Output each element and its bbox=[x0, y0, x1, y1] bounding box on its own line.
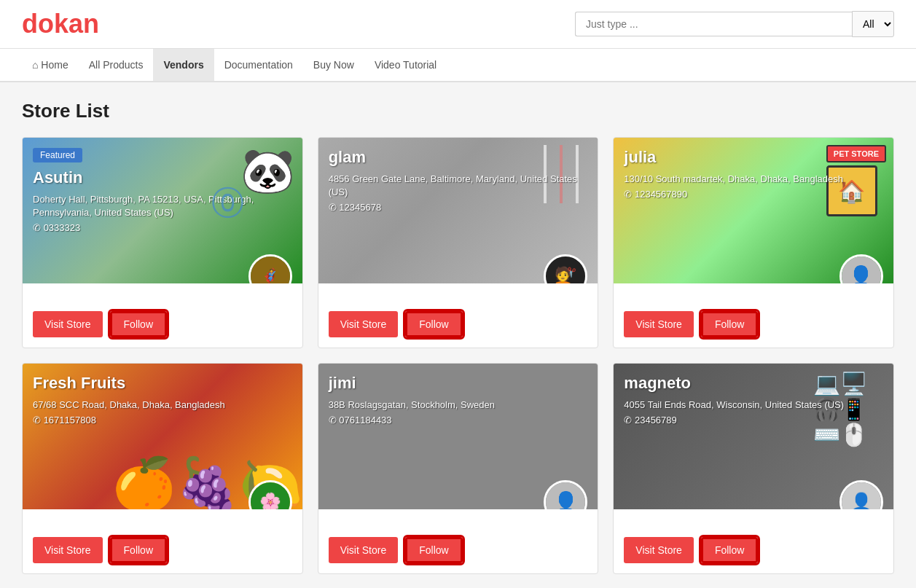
store-phone: 0333323 bbox=[33, 222, 292, 233]
store-footer-asutin: Visit Store Follow bbox=[23, 301, 302, 348]
follow-button-asutin[interactable]: Follow bbox=[110, 311, 167, 337]
search-bar: All bbox=[575, 11, 894, 37]
visit-store-button-magneto[interactable]: Visit Store bbox=[624, 537, 694, 563]
store-card-asutin: Featured Asutin Doherty Hall, Pittsburgh… bbox=[22, 137, 303, 348]
store-address: 38B Roslagsgatan, Stockholm, Sweden bbox=[329, 399, 588, 412]
visit-store-button-jimi[interactable]: Visit Store bbox=[329, 537, 399, 563]
follow-button-jimi[interactable]: Follow bbox=[405, 537, 462, 563]
store-footer-glam: Visit Store Follow bbox=[318, 301, 598, 348]
logo: dokan bbox=[22, 9, 99, 39]
nav-all-products[interactable]: All Products bbox=[79, 49, 154, 81]
store-banner-magneto: 💻🖥️🎧📱⌨️🖱️ magneto 4055 Tail Ends Road, W… bbox=[614, 364, 893, 509]
visit-store-button-julia[interactable]: Visit Store bbox=[624, 311, 694, 337]
store-banner-jimi: jimi 38B Roslagsgatan, Stockholm, Sweden… bbox=[318, 364, 598, 509]
store-card-jimi: jimi 38B Roslagsgatan, Stockholm, Sweden… bbox=[318, 363, 599, 574]
logo-black: kan bbox=[54, 9, 99, 39]
follow-button-glam[interactable]: Follow bbox=[405, 311, 462, 337]
store-name: julia bbox=[624, 148, 883, 167]
header: dokan All bbox=[0, 0, 916, 49]
search-category-select[interactable]: All bbox=[852, 11, 894, 37]
store-name: jimi bbox=[329, 374, 588, 393]
store-address: Doherty Hall, Pittsburgh, PA 15213, USA,… bbox=[33, 193, 292, 219]
store-name: magneto bbox=[624, 374, 883, 393]
nav-vendors[interactable]: Vendors bbox=[153, 49, 214, 81]
store-phone: 12345678 bbox=[329, 202, 588, 213]
nav-home[interactable]: Home bbox=[22, 49, 79, 81]
store-phone: 23456789 bbox=[624, 415, 883, 426]
follow-button-magneto[interactable]: Follow bbox=[701, 537, 758, 563]
store-footer-julia: Visit Store Follow bbox=[614, 301, 893, 348]
store-banner-asutin: Featured Asutin Doherty Hall, Pittsburgh… bbox=[23, 138, 302, 283]
logo-red: do bbox=[22, 9, 54, 39]
main-content: Store List Featured Asutin Doherty Hall,… bbox=[0, 82, 916, 588]
store-card-julia: PET STORE 🏠 julia 130/10 South madartek,… bbox=[613, 137, 894, 348]
store-banner-freshfruits: 🍊🍇🍋 Fresh Fruits 67/68 SCC Road, Dhaka, … bbox=[23, 364, 302, 509]
store-phone: 1234567890 bbox=[624, 189, 883, 200]
store-address: 67/68 SCC Road, Dhaka, Dhaka, Bangladesh bbox=[33, 399, 292, 412]
visit-store-button-asutin[interactable]: Visit Store bbox=[33, 311, 103, 337]
featured-badge: Featured bbox=[33, 148, 82, 162]
page-title: Store List bbox=[22, 100, 894, 122]
follow-button-freshfruits[interactable]: Follow bbox=[110, 537, 167, 563]
store-footer-jimi: Visit Store Follow bbox=[318, 527, 598, 573]
nav-buy-now[interactable]: Buy Now bbox=[303, 49, 364, 81]
store-footer-magneto: Visit Store Follow bbox=[614, 527, 893, 573]
nav-video-tutorial[interactable]: Video Tutorial bbox=[364, 49, 447, 81]
store-address: 4856 Green Gate Lane, Baltimore, Marylan… bbox=[329, 173, 588, 199]
nav-documentation[interactable]: Documentation bbox=[214, 49, 303, 81]
panda-icon: 🐼 bbox=[240, 145, 295, 197]
store-card-magneto: 💻🖥️🎧📱⌨️🖱️ magneto 4055 Tail Ends Road, W… bbox=[613, 363, 894, 574]
store-address: 4055 Tail Ends Road, Wisconsin, United S… bbox=[624, 399, 883, 412]
wp-icon: ⓪ bbox=[211, 181, 244, 225]
visit-store-button-glam[interactable]: Visit Store bbox=[329, 311, 399, 337]
store-footer-freshfruits: Visit Store Follow bbox=[23, 527, 302, 573]
follow-button-julia[interactable]: Follow bbox=[701, 311, 758, 337]
store-grid: Featured Asutin Doherty Hall, Pittsburgh… bbox=[22, 137, 894, 574]
main-nav: Home All Products Vendors Documentation … bbox=[0, 49, 916, 82]
search-input[interactable] bbox=[575, 12, 852, 36]
store-address: 130/10 South madartek, Dhaka, Dhaka, Ban… bbox=[624, 173, 883, 186]
store-card-freshfruits: 🍊🍇🍋 Fresh Fruits 67/68 SCC Road, Dhaka, … bbox=[22, 363, 303, 574]
store-card-glam: glam 4856 Green Gate Lane, Baltimore, Ma… bbox=[318, 137, 599, 348]
store-phone: 0761184433 bbox=[329, 415, 588, 426]
store-banner-glam: glam 4856 Green Gate Lane, Baltimore, Ma… bbox=[318, 138, 598, 283]
store-phone: 1671157808 bbox=[33, 415, 292, 426]
visit-store-button-freshfruits[interactable]: Visit Store bbox=[33, 537, 103, 563]
store-banner-julia: PET STORE 🏠 julia 130/10 South madartek,… bbox=[614, 138, 893, 283]
store-name: Fresh Fruits bbox=[33, 374, 292, 393]
store-name: glam bbox=[329, 148, 588, 167]
